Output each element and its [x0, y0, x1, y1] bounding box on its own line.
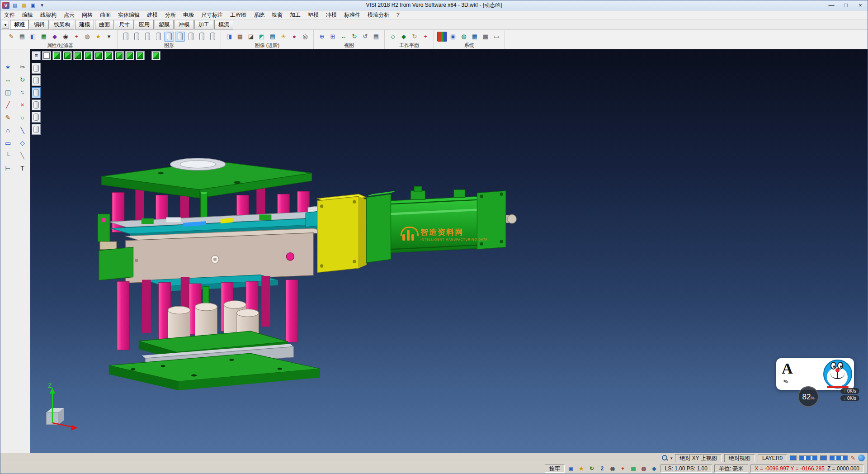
pan-view-icon[interactable]: ↔: [339, 32, 349, 42]
zoom-window-icon[interactable]: ⊞: [328, 32, 338, 42]
filter-mesh-icon[interactable]: [32, 112, 41, 123]
viewport-menu-icon[interactable]: ≡: [32, 51, 41, 60]
camera-icon[interactable]: ◎: [300, 32, 310, 42]
workplane-entity-icon[interactable]: ◆: [399, 32, 409, 42]
new-file-icon[interactable]: ▤: [11, 2, 19, 9]
workplane-origin-icon[interactable]: +: [420, 32, 430, 42]
lock-toggle[interactable]: 拴牢: [545, 465, 565, 473]
type-filter-icon[interactable]: ◆: [50, 32, 60, 42]
rectangle-icon[interactable]: ▭: [3, 137, 14, 148]
mask-filter-icon[interactable]: ◍: [82, 32, 92, 42]
viewport-3d[interactable]: ≡: [30, 49, 868, 453]
widget-card[interactable]: A ✎: [776, 358, 854, 390]
workplane-standard-icon[interactable]: ◇: [388, 32, 398, 42]
highlight-filter-icon[interactable]: ★: [93, 32, 103, 42]
workplane-rotate-icon[interactable]: ↻: [410, 32, 420, 42]
menu-item-18[interactable]: 模流分析: [364, 10, 393, 19]
viewport-layout-icon[interactable]: [42, 51, 51, 60]
axonometric-view-icon[interactable]: [125, 51, 134, 60]
maximize-button[interactable]: □: [839, 0, 853, 10]
layer-colors-swatch[interactable]: [799, 455, 817, 460]
hydraulic-cylinder[interactable]: [317, 186, 516, 273]
filter-options-icon[interactable]: ▾: [104, 32, 114, 42]
mirror-icon[interactable]: ◫: [3, 87, 14, 98]
dimetric-view-icon[interactable]: [136, 51, 145, 60]
color-palette-icon[interactable]: [437, 32, 447, 42]
dynamic-rotate-icon[interactable]: [151, 51, 160, 60]
chamfer-icon[interactable]: ╲: [17, 150, 28, 161]
filter-wireframe-icon[interactable]: [32, 75, 41, 86]
draft-display-icon[interactable]: [208, 32, 217, 42]
menu-item-2[interactable]: 线架构: [37, 10, 60, 19]
menu-item-1[interactable]: 编辑: [19, 10, 37, 19]
menu-item-11[interactable]: 工程图: [226, 10, 250, 19]
system-status-icon[interactable]: [858, 455, 865, 461]
visibility-filter-icon[interactable]: ◉: [61, 32, 71, 42]
polygon-icon[interactable]: ◇: [17, 137, 28, 148]
delete-icon[interactable]: ×: [17, 100, 28, 110]
copy-attributes-icon[interactable]: ▤: [17, 32, 27, 42]
arc-icon[interactable]: ∩: [3, 125, 14, 136]
tab-application[interactable]: 应用: [135, 20, 154, 29]
menu-item-4[interactable]: 网格: [78, 10, 96, 19]
open-file-icon[interactable]: ▦: [20, 2, 28, 9]
filter-points-icon[interactable]: [32, 63, 41, 74]
background-icon[interactable]: ▤: [268, 32, 278, 42]
lower-die[interactable]: [109, 275, 320, 390]
pen-color-swatch[interactable]: [820, 455, 827, 460]
menu-item-3[interactable]: 点云: [60, 10, 78, 19]
perspective-display-icon[interactable]: [197, 32, 207, 42]
move-icon[interactable]: ↔: [3, 74, 14, 85]
tab-edit[interactable]: 编辑: [30, 20, 49, 29]
menu-item-17[interactable]: 标准件: [340, 10, 364, 19]
tab-molding[interactable]: 塑膜: [155, 20, 174, 29]
selection-filter-icon[interactable]: +: [71, 32, 81, 42]
layer-field[interactable]: LAYER0: [758, 454, 787, 462]
scale-field[interactable]: LS: 1.00 PS: 1.00: [660, 465, 712, 473]
zoom-fit-icon[interactable]: ⊕: [317, 32, 327, 42]
scissors-icon[interactable]: ✂: [17, 62, 28, 72]
close-button[interactable]: ×: [853, 0, 868, 10]
hidden-line-display-icon[interactable]: [142, 32, 152, 42]
tab-modeling[interactable]: 建模: [75, 20, 94, 29]
shaded-edges-display-icon[interactable]: [164, 32, 174, 42]
save-file-icon[interactable]: ▣: [29, 2, 37, 9]
offset-icon[interactable]: ≈: [17, 87, 28, 98]
tab-wireframe[interactable]: 线架构: [50, 20, 74, 29]
sketch-icon[interactable]: ✎: [3, 112, 14, 123]
mask-icon[interactable]: ◍: [640, 465, 648, 473]
tab-machining[interactable]: 加工: [194, 20, 213, 29]
shaded-display-icon[interactable]: [121, 32, 131, 42]
menu-item-0[interactable]: 文件: [0, 10, 19, 19]
matrix-icon[interactable]: ▩: [481, 32, 491, 42]
edit-attributes-icon[interactable]: ✎: [850, 455, 855, 461]
menu-item-9[interactable]: 电极: [179, 10, 198, 19]
texture-icon[interactable]: ▩: [235, 32, 245, 42]
3d-model-canvas[interactable]: Z: [30, 49, 868, 453]
tab-stamping[interactable]: 冲模: [175, 20, 193, 29]
menu-item-5[interactable]: 曲面: [96, 10, 114, 19]
filter-solids-icon[interactable]: [32, 100, 41, 110]
menu-item-7[interactable]: 建模: [143, 10, 161, 19]
quick-access-caret-icon[interactable]: ▾: [38, 2, 46, 9]
menu-item-10[interactable]: 尺寸标注: [198, 10, 226, 19]
tab-surface[interactable]: 曲面: [95, 20, 114, 29]
material-icon[interactable]: ●: [289, 32, 299, 42]
circle-icon[interactable]: ○: [17, 112, 28, 123]
section-display-icon[interactable]: [186, 32, 196, 42]
search-icon[interactable]: [662, 455, 668, 461]
menu-item-6[interactable]: 实体编辑: [114, 10, 143, 19]
lighting-icon[interactable]: ☀: [278, 32, 288, 42]
menu-item-19[interactable]: ?: [393, 10, 403, 19]
minimize-button[interactable]: —: [824, 0, 839, 10]
menu-item-13[interactable]: 视窗: [268, 10, 286, 19]
zoom-previous-icon[interactable]: ↺: [360, 32, 370, 42]
ruler-icon[interactable]: ▭: [491, 32, 501, 42]
line-style-swatch[interactable]: [830, 455, 848, 460]
line-icon[interactable]: ╲: [17, 125, 28, 136]
render-mode-icon[interactable]: ★: [577, 465, 585, 473]
active-color-swatch[interactable]: [790, 455, 797, 460]
tab-dimension[interactable]: 尺寸: [115, 20, 134, 29]
compass-icon[interactable]: ◉: [609, 465, 617, 473]
back-view-icon[interactable]: [94, 51, 103, 60]
